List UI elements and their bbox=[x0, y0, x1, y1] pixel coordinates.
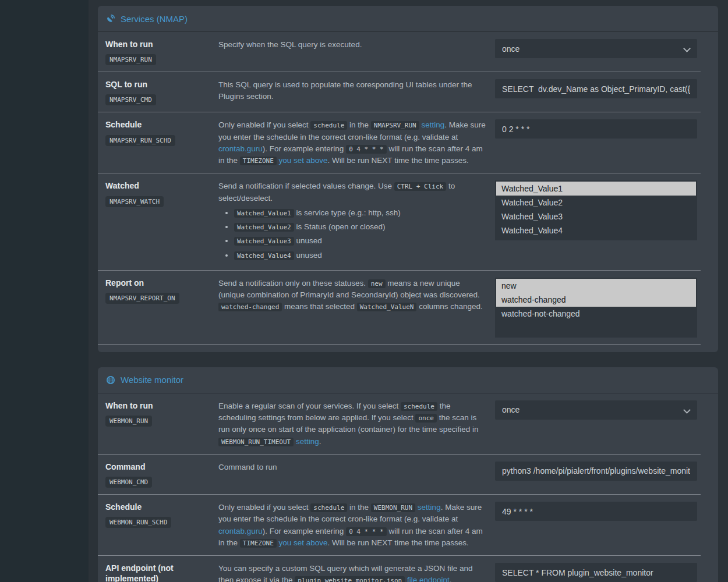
setting-row: ScheduleNMAPSRV_RUN_SCHDOnly enabled if … bbox=[98, 112, 701, 173]
inline-code: schedule bbox=[310, 503, 347, 512]
text-input[interactable] bbox=[495, 563, 697, 582]
inline-code: TIMEZONE bbox=[240, 157, 277, 165]
multiselect-option[interactable]: Watched_Value4 bbox=[496, 223, 696, 237]
setting-description: Only enabled if you select schedule in t… bbox=[218, 119, 495, 166]
description-text: unused bbox=[294, 251, 322, 260]
description-link[interactable]: setting bbox=[296, 437, 319, 446]
multiselect-option[interactable]: Watched_Value2 bbox=[496, 196, 696, 210]
setting-control bbox=[495, 119, 697, 166]
description-text: This SQL query is used to populate the c… bbox=[218, 80, 472, 101]
setting-description: Enable a regular scan of your services. … bbox=[218, 400, 495, 448]
setting-label: When to run bbox=[105, 39, 218, 49]
setting-label: Report on bbox=[105, 278, 218, 288]
inline-code: new bbox=[368, 279, 386, 288]
setting-description: Only enabled if you select schedule in t… bbox=[218, 502, 495, 549]
setting-description: Command to run bbox=[218, 462, 495, 488]
multiselect-option[interactable]: new bbox=[496, 279, 696, 293]
select-value: once bbox=[502, 405, 520, 414]
inline-code: 0 4 * * * bbox=[346, 527, 387, 536]
setting-key-badge: WEBMON_RUN bbox=[105, 416, 152, 427]
setting-row: Report onNMAPSRV_REPORT_ONSend a notific… bbox=[98, 271, 701, 345]
panel-website-monitor: Website monitorWhen to runWEBMON_RUNEnab… bbox=[98, 367, 718, 582]
inline-code: Watched_Value3 bbox=[234, 237, 294, 246]
description-link[interactable]: setting bbox=[421, 120, 444, 129]
description-text: unused bbox=[294, 236, 322, 245]
setting-label-column: WatchedNMAPSRV_WATCH bbox=[98, 180, 218, 264]
description-text: Command to run bbox=[218, 463, 277, 471]
sidebar bbox=[0, 0, 89, 582]
description-text: Only enabled if you select bbox=[218, 120, 310, 129]
inline-code: 0 4 * * * bbox=[346, 145, 387, 154]
setting-control bbox=[495, 502, 697, 549]
inline-code: once bbox=[415, 414, 437, 423]
setting-description: Send a notification if selected values c… bbox=[218, 180, 495, 264]
panel-title: Website monitor bbox=[121, 375, 183, 385]
description-link[interactable]: you set above bbox=[279, 538, 328, 547]
panel-header: Services (NMAP) bbox=[98, 6, 718, 32]
description-link[interactable]: crontab.guru bbox=[218, 144, 263, 153]
setting-description: You can specify a custom SQL query which… bbox=[218, 563, 495, 582]
chevron-down-icon bbox=[683, 406, 691, 414]
description-text: columns changed. bbox=[416, 302, 482, 311]
description-text: . bbox=[450, 576, 452, 582]
setting-label-column: SQL to runNMAPSRV_CMD bbox=[98, 79, 218, 105]
setting-label: Watched bbox=[105, 180, 218, 191]
description-link[interactable]: file endpoint bbox=[407, 576, 450, 582]
description-text: Send a notification if selected values c… bbox=[218, 182, 394, 190]
description-text: is Status (open or closed) bbox=[294, 222, 386, 231]
multiselect-option[interactable]: watched-not-changed bbox=[496, 307, 696, 321]
description-text: is service type (e.g.: http, ssh) bbox=[294, 208, 401, 217]
text-input[interactable] bbox=[495, 462, 697, 481]
setting-key-badge: NMAPSRV_REPORT_ON bbox=[105, 293, 179, 304]
multiselect-option[interactable]: Watched_Value3 bbox=[496, 210, 696, 223]
panel-services-nmap: Services (NMAP)When to runNMAPSRV_RUNSpe… bbox=[98, 6, 718, 352]
inline-code: WEBMON_RUN bbox=[371, 503, 415, 512]
inline-code: Watched_Value4 bbox=[234, 251, 294, 260]
globe-icon bbox=[106, 375, 115, 385]
text-input[interactable] bbox=[495, 79, 697, 98]
inline-code: CTRL + Click bbox=[394, 182, 446, 191]
inline-code: schedule bbox=[310, 121, 347, 130]
description-link[interactable]: setting bbox=[418, 503, 441, 512]
multiselect-option[interactable]: Watched_Value1 bbox=[496, 182, 696, 196]
panel-header: Website monitor bbox=[98, 367, 718, 393]
description-text: Specify when the SQL query is executed. bbox=[218, 40, 362, 49]
select-value: once bbox=[502, 44, 520, 54]
inline-code: plugin_website_monitor.json bbox=[295, 576, 405, 582]
description-link[interactable]: crontab.guru bbox=[218, 527, 263, 535]
multiselect-option[interactable]: watched-changed bbox=[496, 293, 696, 307]
bullet-item: Watched_Value3 unused bbox=[234, 235, 486, 247]
description-text: Send a notification only on these status… bbox=[218, 279, 368, 288]
setting-key-badge: WEBMON_RUN_SCHD bbox=[105, 517, 171, 528]
setting-row: ScheduleWEBMON_RUN_SCHDOnly enabled if y… bbox=[98, 495, 701, 556]
setting-control bbox=[495, 563, 697, 582]
inline-code: TIMEZONE bbox=[240, 539, 277, 548]
settings-content: Services (NMAP)When to runNMAPSRV_RUNSpe… bbox=[98, 6, 718, 582]
setting-label-column: ScheduleNMAPSRV_RUN_SCHD bbox=[98, 119, 218, 166]
select-input[interactable]: once bbox=[495, 400, 697, 420]
setting-control bbox=[495, 462, 697, 488]
setting-control: once bbox=[495, 39, 697, 65]
inline-code: Watched_Value2 bbox=[234, 223, 294, 232]
inline-code: NMAPSRV_RUN bbox=[371, 121, 419, 130]
text-input[interactable] bbox=[495, 119, 697, 139]
setting-key-badge: NMAPSRV_RUN bbox=[105, 54, 156, 65]
setting-control bbox=[495, 79, 697, 105]
setting-label: Schedule bbox=[105, 119, 218, 130]
inline-code: Watched_ValueN bbox=[357, 303, 417, 311]
description-text: in the bbox=[347, 120, 371, 129]
bullet-list: Watched_Value1 is service type (e.g.: ht… bbox=[218, 207, 486, 261]
text-input[interactable] bbox=[495, 502, 697, 521]
setting-row: WatchedNMAPSRV_WATCHSend a notification … bbox=[98, 173, 701, 271]
inline-code: schedule bbox=[401, 402, 437, 411]
select-input[interactable]: once bbox=[495, 39, 697, 58]
setting-row: SQL to runNMAPSRV_CMDThis SQL query is u… bbox=[98, 72, 701, 112]
setting-row: API endpoint (not implemented)WEBMON_API… bbox=[98, 556, 701, 582]
setting-label-column: Report onNMAPSRV_REPORT_ON bbox=[98, 278, 218, 338]
description-link[interactable]: you set above bbox=[279, 156, 328, 165]
setting-description: Specify when the SQL query is executed. bbox=[218, 39, 495, 65]
description-text: . Will be run NEXT time the time passes. bbox=[328, 538, 469, 547]
setting-key-badge: NMAPSRV_RUN_SCHD bbox=[105, 135, 175, 146]
bullet-item: Watched_Value1 is service type (e.g.: ht… bbox=[234, 207, 486, 219]
bullet-item: Watched_Value4 unused bbox=[234, 250, 486, 261]
